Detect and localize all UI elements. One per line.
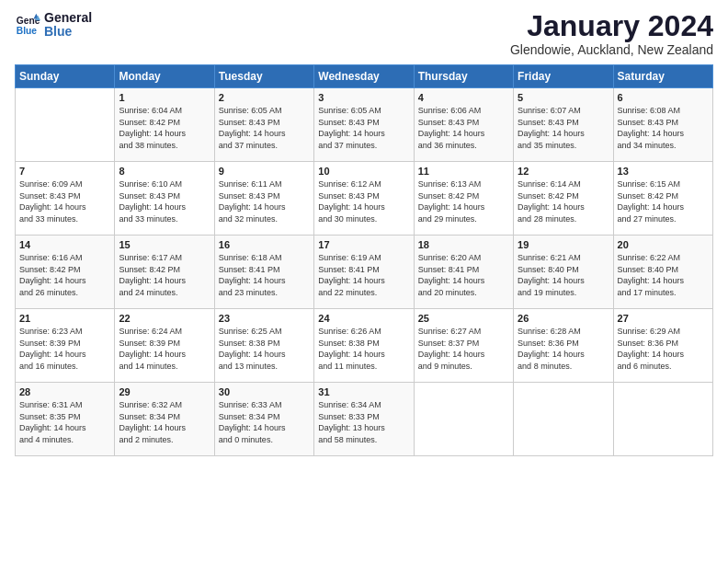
day-number: 30 [219, 386, 310, 397]
calendar-cell: 31 Sunrise: 6:34 AM Sunset: 8:33 PM Dayl… [314, 383, 414, 456]
day-number: 11 [418, 166, 509, 177]
day-number: 1 [119, 92, 210, 103]
day-number: 5 [518, 92, 609, 103]
day-info: Sunrise: 6:16 AM Sunset: 8:42 PM Dayligh… [19, 252, 110, 298]
daylight-label: Daylight: 14 hours [19, 202, 86, 212]
day-info: Sunrise: 6:27 AM Sunset: 8:37 PM Dayligh… [418, 326, 509, 372]
day-number: 4 [418, 92, 509, 103]
sunset-label: Sunset: 8:43 PM [318, 191, 380, 201]
sunrise-label: Sunrise: 6:15 AM [618, 179, 681, 189]
col-tuesday: Tuesday [214, 65, 313, 88]
month-title: January 2024 [510, 11, 713, 40]
daylight-label: Daylight: 14 hours [418, 350, 485, 359]
calendar-cell: 24 Sunrise: 6:26 AM Sunset: 8:38 PM Dayl… [314, 309, 414, 383]
daylight-detail: and 13 minutes. [219, 362, 278, 371]
day-number: 29 [119, 386, 210, 397]
day-number: 23 [219, 313, 310, 324]
day-number: 8 [119, 166, 210, 177]
daylight-label: Daylight: 14 hours [119, 129, 186, 138]
daylight-label: Daylight: 14 hours [219, 423, 286, 432]
daylight-label: Daylight: 14 hours [518, 129, 585, 138]
sunset-label: Sunset: 8:41 PM [318, 265, 380, 274]
sunset-label: Sunset: 8:40 PM [518, 265, 579, 274]
calendar-cell: 28 Sunrise: 6:31 AM Sunset: 8:35 PM Dayl… [16, 383, 115, 456]
sunset-label: Sunset: 8:42 PM [418, 191, 480, 201]
sunrise-label: Sunrise: 6:07 AM [518, 106, 581, 115]
day-number: 7 [19, 166, 110, 177]
header: General Blue General Blue January 2024 G… [15, 11, 713, 57]
day-info: Sunrise: 6:10 AM Sunset: 8:43 PM Dayligh… [119, 178, 210, 224]
sunset-label: Sunset: 8:43 PM [219, 118, 280, 127]
daylight-label: Daylight: 14 hours [618, 350, 685, 359]
daylight-detail: and 28 minutes. [518, 214, 576, 224]
sunrise-label: Sunrise: 6:17 AM [119, 253, 182, 262]
sunrise-label: Sunrise: 6:11 AM [219, 179, 282, 189]
sunset-label: Sunset: 8:42 PM [119, 265, 180, 274]
day-info: Sunrise: 6:32 AM Sunset: 8:34 PM Dayligh… [119, 399, 210, 445]
calendar-week-3: 21 Sunrise: 6:23 AM Sunset: 8:39 PM Dayl… [16, 309, 713, 383]
day-info: Sunrise: 6:17 AM Sunset: 8:42 PM Dayligh… [119, 252, 210, 298]
sunrise-label: Sunrise: 6:09 AM [19, 179, 83, 189]
daylight-label: Daylight: 14 hours [318, 350, 385, 359]
daylight-detail: and 36 minutes. [418, 141, 477, 150]
daylight-detail: and 0 minutes. [219, 435, 273, 444]
title-block: January 2024 Glendowie, Auckland, New Ze… [510, 11, 713, 57]
sunrise-label: Sunrise: 6:32 AM [119, 400, 182, 409]
calendar-cell: 25 Sunrise: 6:27 AM Sunset: 8:37 PM Dayl… [414, 309, 513, 383]
day-number: 10 [318, 166, 409, 177]
calendar-cell: 21 Sunrise: 6:23 AM Sunset: 8:39 PM Dayl… [16, 309, 115, 383]
day-number: 28 [19, 386, 110, 397]
sunset-label: Sunset: 8:33 PM [318, 412, 380, 421]
daylight-detail: and 33 minutes. [119, 214, 177, 224]
calendar-cell [514, 383, 613, 456]
day-info: Sunrise: 6:13 AM Sunset: 8:42 PM Dayligh… [418, 178, 509, 224]
daylight-detail: and 20 minutes. [418, 288, 477, 297]
daylight-label: Daylight: 14 hours [318, 129, 385, 138]
header-row: Sunday Monday Tuesday Wednesday Thursday… [16, 65, 713, 88]
day-info: Sunrise: 6:05 AM Sunset: 8:43 PM Dayligh… [219, 105, 310, 151]
daylight-label: Daylight: 14 hours [219, 129, 286, 138]
sunset-label: Sunset: 8:42 PM [518, 191, 579, 201]
day-info: Sunrise: 6:18 AM Sunset: 8:41 PM Dayligh… [219, 252, 310, 298]
day-info: Sunrise: 6:23 AM Sunset: 8:39 PM Dayligh… [19, 326, 110, 372]
daylight-detail: and 30 minutes. [318, 214, 377, 224]
day-info: Sunrise: 6:28 AM Sunset: 8:36 PM Dayligh… [518, 326, 609, 372]
calendar-cell: 1 Sunrise: 6:04 AM Sunset: 8:42 PM Dayli… [115, 88, 214, 162]
col-sunday: Sunday [16, 65, 115, 88]
col-saturday: Saturday [613, 65, 712, 88]
logo-line2: Blue [44, 25, 92, 39]
daylight-detail: and 27 minutes. [618, 214, 677, 224]
daylight-label: Daylight: 13 hours [318, 423, 385, 432]
col-friday: Friday [514, 65, 613, 88]
sunrise-label: Sunrise: 6:28 AM [518, 327, 581, 336]
col-monday: Monday [115, 65, 214, 88]
day-number: 19 [518, 239, 609, 250]
daylight-label: Daylight: 14 hours [418, 202, 485, 212]
day-info: Sunrise: 6:14 AM Sunset: 8:42 PM Dayligh… [518, 178, 609, 224]
day-info: Sunrise: 6:21 AM Sunset: 8:40 PM Dayligh… [518, 252, 609, 298]
day-info: Sunrise: 6:26 AM Sunset: 8:38 PM Dayligh… [318, 326, 409, 372]
daylight-detail: and 37 minutes. [318, 141, 377, 150]
daylight-label: Daylight: 14 hours [119, 350, 186, 359]
sunrise-label: Sunrise: 6:29 AM [618, 327, 681, 336]
sunset-label: Sunset: 8:34 PM [219, 412, 280, 421]
sunset-label: Sunset: 8:39 PM [119, 339, 180, 348]
daylight-detail: and 9 minutes. [418, 362, 472, 371]
sunrise-label: Sunrise: 6:21 AM [518, 253, 581, 262]
sunset-label: Sunset: 8:43 PM [19, 191, 81, 201]
calendar-cell: 23 Sunrise: 6:25 AM Sunset: 8:38 PM Dayl… [214, 309, 313, 383]
calendar-cell: 14 Sunrise: 6:16 AM Sunset: 8:42 PM Dayl… [16, 236, 115, 309]
sunrise-label: Sunrise: 6:13 AM [418, 179, 482, 189]
sunset-label: Sunset: 8:43 PM [119, 191, 180, 201]
daylight-detail: and 19 minutes. [518, 288, 576, 297]
daylight-label: Daylight: 14 hours [19, 276, 86, 285]
day-number: 2 [219, 92, 310, 103]
daylight-label: Daylight: 14 hours [518, 350, 585, 359]
sunset-label: Sunset: 8:36 PM [618, 339, 679, 348]
daylight-label: Daylight: 14 hours [618, 202, 685, 212]
day-info: Sunrise: 6:04 AM Sunset: 8:42 PM Dayligh… [119, 105, 210, 151]
day-number: 15 [119, 239, 210, 250]
calendar-body: 1 Sunrise: 6:04 AM Sunset: 8:42 PM Dayli… [16, 88, 713, 456]
calendar-week-4: 28 Sunrise: 6:31 AM Sunset: 8:35 PM Dayl… [16, 383, 713, 456]
daylight-detail: and 34 minutes. [618, 141, 677, 150]
